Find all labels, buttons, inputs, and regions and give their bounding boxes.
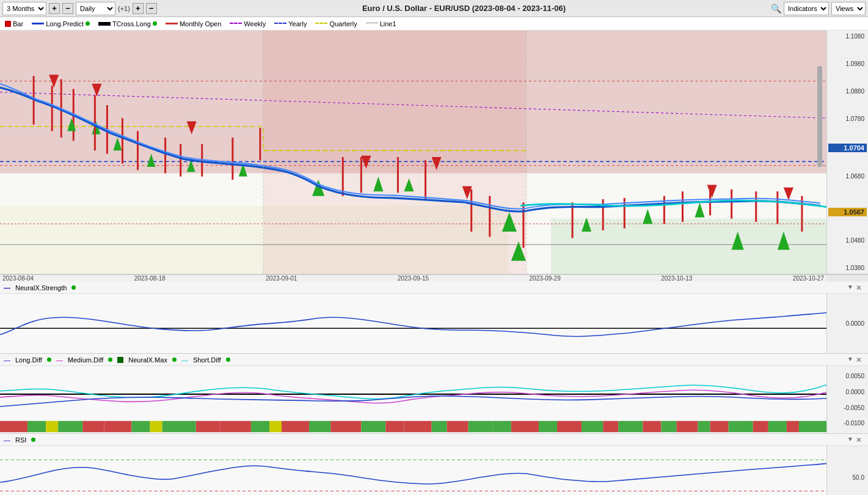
bar-color-swatch	[5, 21, 11, 27]
svg-rect-1	[27, 421, 46, 432]
neural-panel-content: 0.0000	[0, 294, 868, 353]
neural-chart[interactable]	[0, 294, 826, 353]
tcross-long-dot	[153, 21, 157, 26]
indicators-select[interactable]: Indicators	[784, 2, 829, 15]
diff-short-label: Short.Diff	[193, 356, 221, 364]
diff-dropdown-btn[interactable]: ▼	[847, 356, 853, 364]
svg-rect-18	[404, 421, 431, 432]
diff-neural-dot	[172, 358, 177, 362]
quarterly-line	[315, 23, 327, 24]
main-chart-canvas[interactable]	[0, 31, 826, 274]
svg-rect-21	[469, 421, 493, 432]
svg-rect-16	[361, 421, 385, 432]
diff-close-btn[interactable]: ✕	[856, 356, 864, 364]
legend: Bar Long.Predict TCross.Long Monthly Ope…	[0, 17, 868, 31]
svg-rect-31	[676, 421, 698, 432]
offset-minus-button[interactable]: −	[146, 3, 157, 14]
date-label-7: 2023-10-27	[793, 275, 824, 282]
neural-dot	[71, 285, 76, 290]
rsi-chart[interactable]	[0, 446, 826, 495]
neural-axis: 0.0000	[826, 294, 868, 353]
rsi-dropdown-btn[interactable]: ▼	[847, 436, 853, 444]
svg-rect-33	[710, 421, 729, 432]
forecast-zone	[263, 31, 527, 274]
diff-short-dot	[226, 358, 230, 362]
interval-select[interactable]: Daily Weekly Monthly	[76, 2, 115, 15]
long-predict-dot	[86, 21, 90, 26]
main-chart-wrapper: 1.1080 1.0980 1.0880 1.0780 1.0704 1.068…	[0, 31, 868, 282]
svg-rect-7	[150, 421, 162, 432]
svg-rect-29	[643, 421, 661, 432]
neural-panel: — NeuralX.Strength ▼ ✕ 0.0000	[0, 282, 868, 354]
arrow-up-11	[695, 202, 705, 217]
diff-y-neg0100: -0.0100	[828, 420, 867, 427]
neural-close-btn[interactable]: ✕	[856, 284, 864, 292]
diff-y-0050: 0.0050	[828, 373, 867, 380]
diff-panel: — Long.Diff — Medium.Diff NeuralX.Max — …	[0, 354, 868, 434]
price-1.0680: 1.0680	[828, 173, 867, 180]
svg-rect-28	[618, 421, 643, 432]
chart-title: Euro / U.S. Dollar - EUR/USD (2023-08-04…	[159, 4, 768, 13]
offset-label: (+1)	[118, 5, 130, 12]
svg-rect-38	[799, 421, 814, 432]
svg-rect-37	[787, 421, 799, 432]
legend-long-predict: Long.Predict	[32, 20, 90, 28]
period-plus-button[interactable]: +	[49, 3, 60, 14]
svg-rect-23	[511, 421, 539, 432]
svg-rect-3	[58, 421, 82, 432]
svg-rect-32	[698, 421, 710, 432]
rsi-line-icon: —	[4, 436, 10, 444]
scrollbar-indicator[interactable]	[817, 66, 822, 167]
diff-chart[interactable]	[0, 366, 826, 433]
svg-rect-20	[447, 421, 469, 432]
svg-rect-17	[385, 421, 404, 432]
svg-rect-36	[768, 421, 787, 432]
rsi-panel-header: — RSI ▼ ✕	[0, 434, 868, 446]
date-label-6: 2023-10-13	[661, 275, 692, 282]
diff-neural-swatch	[117, 357, 123, 363]
rsi-close-btn[interactable]: ✕	[856, 436, 864, 444]
date-label-3: 2023-09-01	[266, 275, 297, 282]
svg-rect-27	[603, 421, 618, 432]
svg-rect-26	[582, 421, 603, 432]
period-minus-button[interactable]: −	[62, 3, 73, 14]
svg-rect-25	[557, 421, 582, 432]
panels-container: 1.1080 1.0980 1.0880 1.0780 1.0704 1.068…	[0, 31, 868, 495]
rsi-title: RSI	[15, 436, 26, 444]
svg-rect-9	[196, 421, 221, 432]
legend-line1-label: Line1	[380, 20, 396, 28]
svg-rect-11	[251, 421, 269, 432]
color-bar-strip	[0, 421, 826, 432]
diff-y-neg0050: -0.0050	[828, 405, 867, 411]
diff-medium-label: Medium.Diff	[68, 356, 103, 364]
views-select[interactable]: Views	[831, 2, 866, 15]
diff-medium-dot	[108, 358, 112, 362]
neural-line	[0, 313, 826, 337]
search-icon[interactable]: 🔍	[771, 4, 781, 13]
legend-bar-label: Bar	[13, 20, 23, 28]
rsi-dot	[31, 438, 35, 442]
svg-rect-8	[162, 421, 196, 432]
legend-yearly: Yearly	[274, 20, 307, 28]
legend-quarterly-label: Quarterly	[329, 20, 357, 28]
diff-long-label: Long.Diff	[15, 356, 42, 364]
legend-monthly-open-label: Monthly Open	[180, 20, 221, 28]
offset-plus-button[interactable]: +	[133, 3, 144, 14]
date-axis: 2023-08-04 2023-08-18 2023-09-01 2023-09…	[0, 275, 826, 282]
price-1.0880: 1.0880	[828, 88, 867, 95]
neural-title-line: —	[4, 284, 10, 292]
svg-rect-2	[46, 421, 58, 432]
svg-rect-22	[493, 421, 511, 432]
main-chart-area: 1.1080 1.0980 1.0880 1.0780 1.0704 1.068…	[0, 31, 868, 275]
neural-dropdown-btn[interactable]: ▼	[847, 284, 853, 292]
diff-medium-icon: —	[56, 356, 63, 364]
price-yellow: 1.0567	[828, 208, 867, 216]
long-predict-line	[32, 23, 44, 24]
arrow-dn-7	[707, 185, 717, 198]
period-select[interactable]: 3 Months 1 Month 6 Months	[2, 2, 46, 15]
legend-weekly: Weekly	[230, 20, 266, 28]
diff-line-icon: —	[4, 356, 10, 364]
svg-rect-12	[269, 421, 282, 432]
rsi-panel-content: 50.0	[0, 446, 868, 495]
svg-rect-6	[131, 421, 150, 432]
